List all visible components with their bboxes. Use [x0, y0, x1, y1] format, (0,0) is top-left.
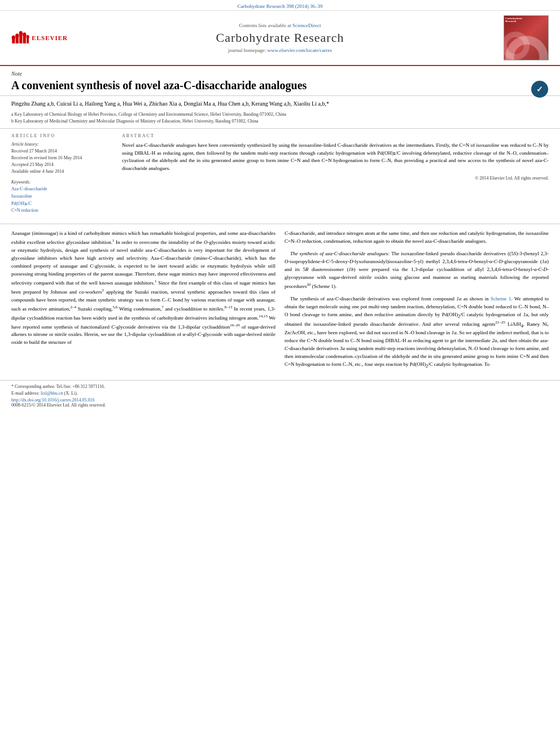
- svg-text:✓: ✓: [536, 85, 543, 94]
- doi-link[interactable]: http://dx.doi.org/10.1016/j.carres.2014.…: [11, 397, 549, 403]
- elsevier-mark: ELSEVIER: [11, 28, 68, 48]
- authors-text: Pingzhu Zhang a,b, Cuicui Li a, Hailong …: [11, 101, 329, 107]
- elsevier-tree-icon: [11, 28, 29, 48]
- ref-14-15: 14,15: [259, 314, 268, 318]
- journal-homepage: journal homepage: www.elsevier.com/locat…: [68, 47, 492, 53]
- affiliation-a: a Key Laboratory of Chemical Biology of …: [11, 111, 549, 118]
- journal-thumbnail-area: CarbohydrateResearch: [492, 15, 549, 60]
- body-para-3: The synthesis of aza-C-disaccharide anal…: [285, 250, 549, 291]
- svg-point-7: [19, 30, 23, 35]
- svg-rect-4: [27, 38, 29, 43]
- svg-point-5: [12, 35, 15, 40]
- ref-1b: 1: [155, 279, 157, 283]
- abstract-col: ABSTRACT Novel aza-C-disaccharide analog…: [122, 133, 549, 219]
- keywords-section: Keywords: Aza-C-disaccharide Isoxazoline…: [11, 180, 113, 215]
- received-revised-date: Received in revised form 16 May 2014: [11, 155, 113, 161]
- svg-point-6: [15, 33, 19, 38]
- ref-20: 20: [307, 282, 310, 287]
- thumb-text: CarbohydrateResearch: [504, 16, 548, 24]
- footer-section: * Corresponding author. Tel./fax: +86 31…: [0, 380, 560, 411]
- keyword-2: Isoxazoline: [11, 193, 113, 200]
- article-info-abstract-section: ARTICLE INFO Article history: Received 2…: [0, 129, 560, 224]
- article-history: Article history: Received 27 March 2014 …: [11, 142, 113, 175]
- email-label: E-mail address:: [11, 391, 40, 396]
- note-label: Note: [0, 66, 560, 77]
- crossmark-badge: ✓: [531, 80, 549, 98]
- ref-16-20: 16–20: [230, 323, 240, 327]
- body-col-2: C-disaccharide, and introduce nitrogen a…: [285, 230, 549, 374]
- elsevier-logo-area: ELSEVIER: [11, 28, 68, 48]
- body-para-2: C-disaccharide, and introduce nitrogen a…: [285, 230, 549, 246]
- article-info-title: ARTICLE INFO: [11, 133, 113, 138]
- keyword-4: C=N reduction: [11, 207, 113, 215]
- keyword-1: Aza-C-disaccharide: [11, 186, 113, 193]
- journal-title: Carbohydrate Research: [68, 30, 492, 45]
- svg-rect-1: [16, 37, 19, 43]
- keywords-label: Keywords:: [11, 180, 113, 185]
- abstract-title: ABSTRACT: [122, 133, 549, 138]
- available-date: Available online 4 June 2014: [11, 168, 113, 175]
- thumb-graphic: [504, 29, 549, 60]
- email-link[interactable]: lixl@hbu.cn: [41, 391, 63, 396]
- journal-citation: Carbohydrate Research 398 (2014) 36–39: [238, 3, 323, 9]
- authors-section: Pingzhu Zhang a,b, Cuicui Li a, Hailong …: [0, 96, 560, 110]
- keyword-3: Pd(OH)₂/C: [11, 200, 113, 208]
- accepted-date: Accepted 23 May 2014: [11, 161, 113, 168]
- svg-point-8: [23, 32, 26, 37]
- svg-rect-2: [19, 34, 22, 43]
- article-title-area: ✓ A convenient synthesis of novel aza-C-…: [0, 77, 560, 96]
- email-note: E-mail address: lixl@hbu.cn (X. Li).: [11, 391, 549, 396]
- body-para-1: Azasugar (iminosugar) is a kind of carbo…: [11, 230, 275, 347]
- affiliations-section: a Key Laboratory of Chemical Biology of …: [0, 110, 560, 129]
- received-date: Received 27 March 2014: [11, 148, 113, 155]
- contents-line: Contents lists available at ScienceDirec…: [68, 23, 492, 28]
- article-title-text: A convenient synthesis of novel aza-C-di…: [11, 79, 307, 91]
- page: Carbohydrate Research 398 (2014) 36–39 E…: [0, 0, 560, 747]
- copyright-text: © 2014 Elsevier Ltd. All rights reserved…: [122, 176, 549, 181]
- scheme1-link[interactable]: Scheme 1: [491, 296, 511, 302]
- ref-21-25: 21–25: [495, 320, 505, 325]
- svg-rect-3: [23, 36, 26, 43]
- svg-point-9: [27, 34, 29, 38]
- body-col-1: Azasugar (iminosugar) is a kind of carbo…: [11, 230, 275, 374]
- journal-header: ELSEVIER Contents lists available at Sci…: [0, 11, 560, 66]
- abstract-text: Novel aza-C-disaccharide analogues have …: [122, 142, 549, 172]
- corresponding-note-text: * Corresponding author. Tel./fax: +86 31…: [11, 384, 105, 389]
- ref-5-6: 5,6: [112, 305, 117, 309]
- ref-2-4: 2–4: [70, 305, 76, 309]
- crossmark-icon: ✓: [531, 80, 549, 101]
- journal-thumbnail: CarbohydrateResearch: [504, 15, 549, 60]
- email-person: (X. Li).: [64, 391, 78, 396]
- corresponding-author-note: * Corresponding author. Tel./fax: +86 31…: [11, 384, 549, 389]
- ref-2: 2: [102, 288, 104, 292]
- journal-header-center: Contents lists available at ScienceDirec…: [68, 23, 492, 53]
- history-label: Article history:: [11, 142, 113, 147]
- journal-citation-bar: Carbohydrate Research 398 (2014) 36–39: [0, 0, 560, 11]
- elsevier-name: ELSEVIER: [32, 34, 68, 41]
- ref-1: 1: [112, 238, 115, 243]
- journal-url[interactable]: www.elsevier.com/locate/carres: [268, 47, 332, 53]
- ref-7: 7: [161, 305, 164, 309]
- article-info-col: ARTICLE INFO Article history: Received 2…: [11, 133, 113, 219]
- body-para-4: The synthesis of aza-C-disaccharide deri…: [285, 295, 549, 370]
- ref-8-13: 8–13: [224, 305, 232, 309]
- affiliation-b: b Key Laboratory of Medicinal Chemistry …: [11, 118, 549, 125]
- sciencedirect-link[interactable]: ScienceDirect: [292, 23, 321, 28]
- issn-text: 0008-6215/© 2014 Elsevier Ltd. All right…: [11, 403, 549, 408]
- main-body-section: Azasugar (iminosugar) is a kind of carbo…: [0, 224, 560, 379]
